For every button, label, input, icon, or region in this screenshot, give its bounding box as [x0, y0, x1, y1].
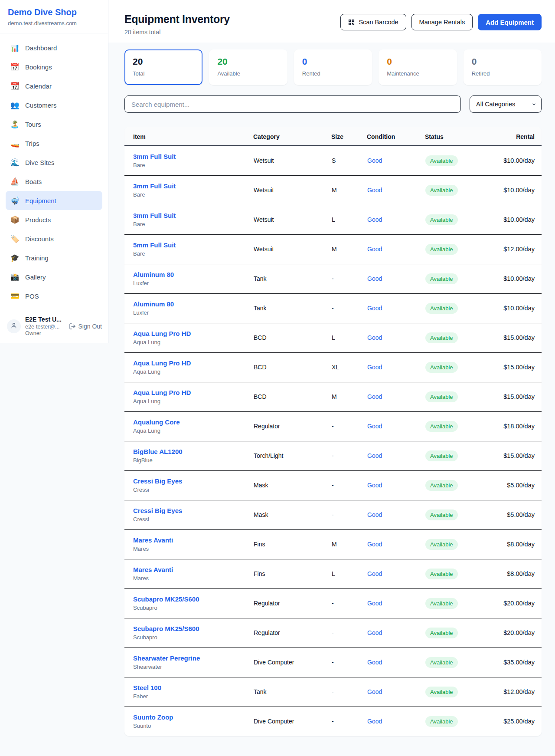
main: Equipment Inventory 20 items total Scan … [108, 0, 555, 748]
item-condition-link[interactable]: Good [367, 600, 382, 607]
item-condition-link[interactable]: Good [367, 659, 382, 666]
stat-label: Available [217, 70, 279, 77]
item-condition-link[interactable]: Good [367, 246, 382, 253]
sidebar-item-boats[interactable]: ⛵ Boats [6, 172, 102, 191]
item-link[interactable]: Suunto Zoop [133, 713, 253, 721]
item-condition-link[interactable]: Good [367, 541, 382, 548]
item-link[interactable]: Aluminum 80 [133, 271, 253, 278]
item-rental: $15.00/day [492, 323, 542, 352]
sign-out-button[interactable]: Sign Out [69, 323, 102, 330]
item-condition-link[interactable]: Good [367, 216, 382, 223]
sidebar-item-dive-sites[interactable]: 🌊 Dive Sites [6, 153, 102, 172]
item-condition-link[interactable]: Good [367, 157, 382, 164]
nav-item-icon: 🌊 [10, 158, 20, 167]
item-condition-link[interactable]: Good [367, 482, 382, 489]
scan-barcode-button[interactable]: Scan Barcode [340, 14, 406, 30]
sidebar-item-gallery[interactable]: 📸 Gallery [6, 267, 102, 286]
item-condition-link[interactable]: Good [367, 275, 382, 282]
nav-item-icon: 🎓 [10, 253, 20, 262]
nav-item-icon: 📸 [10, 273, 20, 281]
item-link[interactable]: 3mm Full Suit [133, 182, 253, 190]
sidebar-item-calendar[interactable]: 📆 Calendar [6, 76, 102, 95]
item-size: - [331, 588, 367, 618]
item-brand: Mares [133, 575, 253, 582]
sidebar-item-customers[interactable]: 👥 Customers [6, 95, 102, 115]
col-category: Category [253, 127, 331, 146]
item-condition-link[interactable]: Good [367, 334, 382, 341]
item-link[interactable]: Aqua Lung Pro HD [133, 330, 253, 337]
item-link[interactable]: 5mm Full Suit [133, 241, 253, 249]
item-size: L [331, 323, 367, 352]
item-link[interactable]: Shearwater Peregrine [133, 654, 253, 662]
stat-card-retired[interactable]: 0 Retired [464, 49, 542, 85]
item-condition-link[interactable]: Good [367, 629, 382, 636]
brand-block: Demo Dive Shop demo.test.divestreams.com [0, 0, 108, 33]
item-link[interactable]: Aqua Lung Pro HD [133, 389, 253, 396]
sidebar-item-equipment[interactable]: 🤿 Equipment [6, 191, 102, 210]
item-condition-link[interactable]: Good [367, 452, 382, 459]
sidebar-item-dashboard[interactable]: 📊 Dashboard [6, 38, 102, 57]
item-category: BCD [253, 382, 331, 411]
sidebar-item-pos[interactable]: 💳 POS [6, 286, 102, 306]
nav-item-icon: 📦 [10, 215, 20, 224]
item-category: Regulator [253, 411, 331, 441]
add-equipment-label: Add Equipment [486, 19, 534, 26]
item-rental: $5.00/day [492, 470, 542, 500]
item-link[interactable]: Cressi Big Eyes [133, 477, 253, 485]
item-brand: Cressi [133, 516, 253, 523]
item-link[interactable]: Scubapro MK25/S600 [133, 625, 253, 632]
item-condition-link[interactable]: Good [367, 423, 382, 430]
item-link[interactable]: 3mm Full Suit [133, 153, 253, 160]
status-badge: Available [425, 185, 458, 196]
stat-card-maintenance[interactable]: 0 Maintenance [379, 49, 457, 85]
item-rental: $25.00/day [492, 707, 542, 736]
item-link[interactable]: 3mm Full Suit [133, 212, 253, 219]
item-condition-link[interactable]: Good [367, 688, 382, 695]
item-condition-link[interactable]: Good [367, 187, 382, 194]
item-category: Wetsuit [253, 234, 331, 264]
item-category: Tank [253, 677, 331, 707]
user-role: Owner [25, 330, 65, 337]
sidebar-item-tours[interactable]: 🏝️ Tours [6, 115, 102, 134]
page-header: Equipment Inventory 20 items total Scan … [108, 0, 555, 43]
stat-card-rented[interactable]: 0 Rented [294, 49, 372, 85]
sidebar-item-products[interactable]: 📦 Products [6, 210, 102, 229]
table-row: Aluminum 80 Luxfer Tank - Good Available… [124, 264, 542, 293]
sidebar-item-discounts[interactable]: 🏷️ Discounts [6, 229, 102, 248]
item-link[interactable]: Steel 100 [133, 684, 253, 691]
stat-card-total[interactable]: 20 Total [124, 49, 202, 85]
sidebar-item-trips[interactable]: 🚤 Trips [6, 134, 102, 153]
add-equipment-button[interactable]: Add Equipment [478, 14, 542, 30]
item-rental: $12.00/day [492, 234, 542, 264]
item-link[interactable]: Aqualung Core [133, 418, 253, 426]
status-badge: Available [425, 687, 458, 697]
item-rental: $5.00/day [492, 500, 542, 529]
item-condition-link[interactable]: Good [367, 511, 382, 518]
sidebar-item-bookings[interactable]: 📅 Bookings [6, 57, 102, 76]
item-condition-link[interactable]: Good [367, 718, 382, 725]
item-brand: Scubapro [133, 634, 253, 641]
status-badge: Available [425, 273, 458, 284]
item-condition-link[interactable]: Good [367, 393, 382, 400]
sidebar-item-training[interactable]: 🎓 Training [6, 248, 102, 267]
stat-card-available[interactable]: 20 Available [209, 49, 287, 85]
item-brand: Luxfer [133, 280, 253, 286]
item-condition-link[interactable]: Good [367, 364, 382, 371]
item-link[interactable]: Aluminum 80 [133, 300, 253, 308]
item-condition-link[interactable]: Good [367, 305, 382, 312]
manage-rentals-button[interactable]: Manage Rentals [411, 14, 473, 30]
item-condition-link[interactable]: Good [367, 570, 382, 577]
item-link[interactable]: Scubapro MK25/S600 [133, 595, 253, 603]
item-link[interactable]: Mares Avanti [133, 566, 253, 573]
item-link[interactable]: BigBlue AL1200 [133, 448, 253, 455]
category-select[interactable]: All Categories [470, 95, 542, 113]
item-brand: Luxfer [133, 309, 253, 316]
item-size: M [331, 234, 367, 264]
item-link[interactable]: Mares Avanti [133, 536, 253, 544]
search-input[interactable] [124, 95, 461, 113]
item-link[interactable]: Aqua Lung Pro HD [133, 359, 253, 367]
app-root: Demo Dive Shop demo.test.divestreams.com… [0, 0, 555, 748]
item-link[interactable]: Cressi Big Eyes [133, 507, 253, 514]
item-brand: Shearwater [133, 664, 253, 670]
equipment-table-card: Item Category Size Condition Status Rent… [124, 127, 542, 736]
